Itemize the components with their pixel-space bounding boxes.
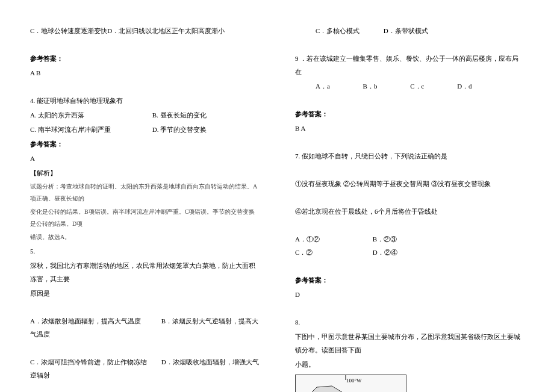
q5-num: 5.	[30, 244, 259, 258]
q5-opt-c: C．浓烟可阻挡冷锋前进，防止作物冻结	[30, 355, 160, 369]
q9-opt-a: A．a	[316, 79, 330, 93]
q4-row1: A. 太阳的东升西落 B. 昼夜长短的变化	[30, 108, 259, 122]
answer-label-2: 参考答案：	[30, 137, 259, 151]
q9-options: A．a B．b C．c D．d	[295, 79, 524, 93]
q4-opt-c: C. 南半球河流右岸冲刷严重	[30, 123, 151, 136]
q4-opt-d: D. 季节的交替变换	[152, 126, 207, 133]
q9-opt-c: C．c	[410, 79, 424, 93]
q8-opt-c: C．多核心模式	[316, 24, 382, 37]
explain-1: 试题分析：考查地球自转的证明。太阳的东升西落是地球自西向东自转运动的结果。A项正…	[30, 181, 259, 205]
q9-stem: 9 ．若在该城建立一幢集零售、娱乐、餐饮、办公于一体的高层楼房，应布局在	[295, 52, 524, 78]
answer-2: A	[30, 152, 259, 165]
answer-label-4: 参考答案：	[295, 107, 524, 120]
map-lon: 100°W	[346, 375, 362, 386]
q7-opt-a: A．①②	[295, 232, 349, 246]
explain-2: 变化是公转的结果。B项错误。南半球河流左岸冲刷严重。C项错误。季节的交替变换是公…	[30, 206, 259, 230]
q5-opt-a: A．浓烟散射地面辐射，提高大气温度	[30, 314, 160, 328]
q9-opt-b: B．b	[363, 79, 378, 93]
q7-line2: ④若北京现在位于晨线处，6个月后将位于昏线处	[295, 205, 524, 218]
q8-opt-d: D．条带状模式	[384, 27, 428, 34]
answer-1: A B	[30, 66, 259, 79]
q7-line1: ①没有昼夜现象 ②公转周期等于昼夜交替周期 ③没有昼夜交替现象	[295, 177, 524, 190]
q5-row-cd: C．浓烟可阻挡冷锋前进，防止作物冻结 D．浓烟吸收地面辐射，增强大气逆辐射	[30, 355, 259, 382]
answer-label-5: 参考答案：	[295, 273, 524, 287]
q8b-text2: 小题。	[295, 358, 524, 371]
q4-opt-a: A. 太阳的东升西落	[30, 108, 151, 122]
explain-3: 错误。故选A。	[30, 231, 259, 243]
map-figure: 100°W 北回归线 20°N 甲 图例 2 000 500 •主要城市	[295, 375, 406, 392]
q3-option-cd: C．地球公转速度逐渐变快D．北回归线以北地区正午太阳高度渐小	[30, 24, 259, 37]
q8b-text1: 下图中，甲图示意世界某国主要城市分布，乙图示意我国某省级行政区主要城镇分布。读图…	[295, 330, 524, 356]
answer-5: D	[295, 288, 524, 301]
q7-options: A．①② B．②③ C．② D．②④	[295, 232, 524, 259]
q8b-num: 8.	[295, 316, 524, 329]
explain-label: 【解析】	[30, 166, 259, 179]
answer-label-1: 参考答案：	[30, 52, 259, 65]
left-column: C．地球公转速度逐渐变快D．北回归线以北地区正午太阳高度渐小 参考答案： A B…	[30, 24, 259, 392]
q5-stem-a: 深秋，我国北方有寒潮活动的地区，农民常用浓烟笼罩大白菜地，防止大面积冻害，其主要	[30, 259, 259, 285]
q5-stem-b: 原因是	[30, 287, 259, 300]
q5-row-ab: A．浓烟散射地面辐射，提高大气温度 B．浓烟反射大气逆辐射，提高大气温度	[30, 314, 259, 341]
q9-opt-d: D．d	[457, 79, 472, 93]
q7-opt-d: D．②④	[373, 246, 397, 259]
q4-stem: 4. 能证明地球自转的地理现象有	[30, 94, 259, 107]
answer-4: B A	[295, 122, 524, 135]
q7-opt-c: C．②	[295, 246, 349, 259]
right-column: C．多核心模式 D．条带状模式 9 ．若在该城建立一幢集零售、娱乐、餐饮、办公于…	[295, 24, 524, 392]
q7-opt-b: B．②③	[373, 232, 427, 246]
q7-stem: 7. 假如地球不自转，只绕日公转，下列说法正确的是	[295, 149, 524, 163]
q4-opt-b: B. 昼夜长短的变化	[152, 111, 207, 119]
q4-row2: C. 南半球河流右岸冲刷严重 D. 季节的交替变换	[30, 123, 259, 136]
q8-row-cd: C．多核心模式 D．条带状模式	[295, 24, 524, 37]
